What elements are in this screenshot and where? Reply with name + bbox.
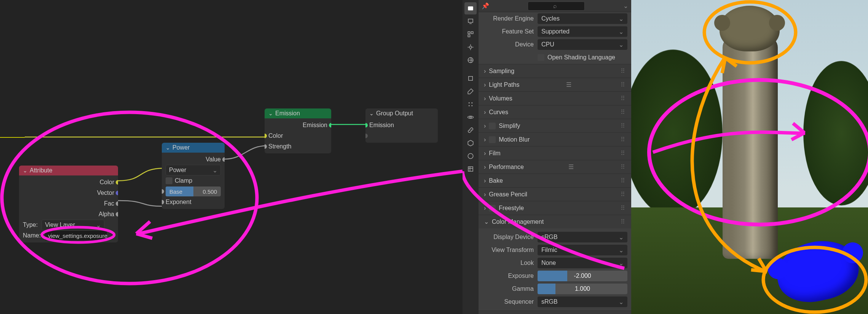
tab-modifier[interactable] xyxy=(464,85,477,97)
tab-physics[interactable] xyxy=(464,111,477,123)
output-alpha: Alpha xyxy=(99,211,114,218)
tab-viewlayer[interactable] xyxy=(464,28,477,40)
input-emission: Emission xyxy=(369,122,394,129)
panel-volumes[interactable]: Volumes⠿ xyxy=(479,91,631,105)
output-emission: Emission xyxy=(303,122,327,129)
render-engine-label: Render Engine xyxy=(482,15,538,22)
socket-empty[interactable] xyxy=(365,134,368,138)
svg-rect-4 xyxy=(468,32,470,33)
node-header[interactable]: Group Output xyxy=(365,108,438,118)
node-header[interactable]: Emission xyxy=(265,108,331,118)
properties-header: 📌 ⌄ xyxy=(479,0,631,12)
socket-vector[interactable] xyxy=(116,191,118,195)
search-input[interactable] xyxy=(528,2,585,11)
socket-strength-in[interactable] xyxy=(265,144,267,149)
options-icon[interactable]: ⌄ xyxy=(623,2,628,10)
socket-emission-in[interactable] xyxy=(365,123,368,128)
clamp-checkbox[interactable] xyxy=(166,177,172,184)
tab-data[interactable] xyxy=(464,137,477,149)
emission-node[interactable]: Emission Emission Color Strength xyxy=(265,108,331,153)
exposure-label: Exposure xyxy=(482,273,538,279)
gamma-slider[interactable]: 1.000 xyxy=(538,284,627,294)
panel-motion-blur[interactable]: Motion Blur⠿ xyxy=(479,132,631,146)
name-input[interactable]: view_settings.exposure xyxy=(45,230,107,241)
tab-material[interactable] xyxy=(464,150,477,162)
panel-freestyle[interactable]: Freestyle⠿ xyxy=(479,201,631,215)
motion-blur-checkbox[interactable] xyxy=(489,136,496,143)
panel-use-curves[interactable]: Use Curves xyxy=(479,311,631,314)
panel-grease-pencil[interactable]: Grease Pencil⠿ xyxy=(479,187,631,201)
group-output-node[interactable]: Group Output Emission xyxy=(365,108,438,143)
tab-world[interactable] xyxy=(464,54,477,66)
base-slider[interactable]: Base0.500 xyxy=(166,186,221,196)
display-device-select[interactable]: sRGB xyxy=(538,232,627,242)
tab-object[interactable] xyxy=(464,72,477,84)
type-select[interactable]: View Layer xyxy=(41,220,104,230)
socket-alpha[interactable] xyxy=(116,212,118,217)
svg-point-7 xyxy=(469,46,472,48)
svg-rect-17 xyxy=(468,167,473,171)
node-wire-input xyxy=(0,137,25,138)
output-color: Color xyxy=(100,179,114,186)
svg-point-12 xyxy=(469,105,470,106)
tab-output[interactable] xyxy=(464,15,477,27)
properties-panel: 📌 ⌄ Render EngineCycles Feature SetSuppo… xyxy=(463,0,631,314)
panel-sampling[interactable]: Sampling⠿ xyxy=(479,64,631,78)
chevron-down-icon xyxy=(369,110,374,117)
operation-select[interactable]: Power xyxy=(166,165,221,175)
view-transform-select[interactable]: Filmic xyxy=(538,245,627,255)
node-header[interactable]: Power xyxy=(162,143,225,153)
panel-simplify[interactable]: Simplify⠿ xyxy=(479,119,631,132)
annotation-magenta xyxy=(0,0,463,314)
chevron-down-icon xyxy=(23,167,27,174)
svg-rect-2 xyxy=(468,6,473,11)
output-vector: Vector xyxy=(97,190,114,196)
output-value: Value xyxy=(206,156,221,163)
osl-checkbox[interactable] xyxy=(538,54,544,61)
attribute-node[interactable]: Attribute Color Vector Fac Alpha Type: V… xyxy=(19,166,118,242)
tab-constraints[interactable] xyxy=(464,124,477,136)
sequencer-label: Sequencer xyxy=(482,298,538,305)
panel-light-paths[interactable]: Light Paths☰⠿ xyxy=(479,78,631,91)
node-title: Attribute xyxy=(30,167,53,174)
node-editor[interactable]: Attribute Color Vector Fac Alpha Type: V… xyxy=(0,0,463,314)
node-title: Power xyxy=(172,144,190,151)
node-title: Group Output xyxy=(376,110,413,117)
svg-point-11 xyxy=(471,102,472,104)
panel-performance[interactable]: Performance☰⠿ xyxy=(479,160,631,174)
osl-label: Open Shading Language xyxy=(547,54,615,61)
simplify-checkbox[interactable] xyxy=(489,123,496,129)
socket-value-out[interactable] xyxy=(222,157,225,162)
socket-color[interactable] xyxy=(116,180,118,185)
input-strength: Strength xyxy=(268,143,291,150)
render-engine-select[interactable]: Cycles xyxy=(538,13,627,24)
tab-scene[interactable] xyxy=(464,41,477,53)
panel-bake[interactable]: Bake⠿ xyxy=(479,174,631,187)
feature-set-select[interactable]: Supported xyxy=(538,26,627,37)
tab-texture[interactable] xyxy=(464,163,477,175)
svg-point-14 xyxy=(470,116,472,118)
socket-emission-out[interactable] xyxy=(329,123,331,128)
pin-icon[interactable]: 📌 xyxy=(482,2,489,10)
panel-color-management[interactable]: Color Management⠿ xyxy=(479,215,631,228)
tab-render[interactable] xyxy=(464,2,477,14)
device-select[interactable]: CPU xyxy=(538,39,627,50)
freestyle-checkbox[interactable] xyxy=(489,205,496,212)
socket-exponent[interactable] xyxy=(162,200,164,204)
look-select[interactable]: None xyxy=(538,258,627,268)
svg-point-16 xyxy=(468,153,473,159)
panel-curves[interactable]: Curves⠿ xyxy=(479,105,631,119)
svg-rect-5 xyxy=(471,32,473,33)
socket-fac[interactable] xyxy=(116,201,118,206)
clamp-label: Clamp xyxy=(175,177,192,184)
power-node[interactable]: Power Value Power Clamp Base0.500 Expone… xyxy=(162,143,225,209)
node-header[interactable]: Attribute xyxy=(19,166,118,175)
socket-color-in[interactable] xyxy=(265,134,267,138)
socket-base[interactable] xyxy=(162,189,164,194)
svg-rect-6 xyxy=(468,35,470,37)
sequencer-select[interactable]: sRGB xyxy=(538,296,627,307)
tab-particles[interactable] xyxy=(464,98,477,110)
exposure-slider[interactable]: -2.000 xyxy=(538,271,627,281)
panel-film[interactable]: Film⠿ xyxy=(479,146,631,160)
properties-tabs xyxy=(463,0,479,314)
